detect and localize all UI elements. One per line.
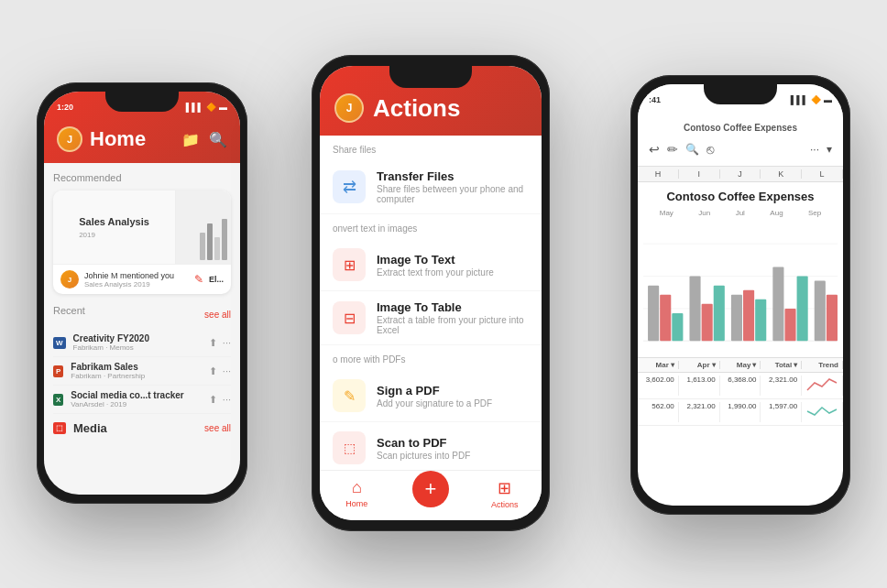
- el-badge: El...: [209, 275, 224, 284]
- chart-bar-2: [207, 223, 213, 260]
- left-phone: 1:20 ▌▌▌ 🔶 ▬ J Home 📁 🔍: [37, 82, 247, 504]
- scan-pdf-info: Scan to PDF Scan pictures into PDF: [377, 436, 470, 461]
- svg-rect-5: [660, 295, 671, 341]
- plus-circle[interactable]: +: [412, 471, 449, 507]
- img-table-icon-wrap: ⊟: [333, 301, 366, 334]
- svg-rect-15: [797, 277, 808, 342]
- upload-icon-3[interactable]: ⬆: [209, 394, 217, 406]
- recommended-card[interactable]: Sales Analysis 2019: [53, 191, 231, 294]
- file-meta-fabrikam: Fabrikam · Partnership: [71, 372, 201, 380]
- month-may: May: [660, 209, 673, 217]
- left-status-time: 1:20: [57, 103, 73, 112]
- file-item-ppt[interactable]: P Fabrikam Sales Fabrikam · Partnership …: [53, 357, 231, 386]
- right-signal-icon: ▌▌▌: [791, 95, 808, 104]
- actions-tab-label: Actions: [491, 500, 519, 509]
- scan-pdf-icon: ⬚: [344, 441, 356, 455]
- svg-rect-7: [689, 277, 700, 342]
- action-scan-pdf[interactable]: ⬚ Scan to PDF Scan pictures into PDF: [320, 422, 542, 470]
- left-phone-screen: 1:20 ▌▌▌ 🔶 ▬ J Home 📁 🔍: [44, 92, 240, 495]
- pdf-section-label: o more with PDFs: [320, 345, 542, 370]
- center-notch: [389, 66, 472, 88]
- file-meta-social: VanArsdel · 2019: [71, 400, 201, 408]
- td-r2-apr: 2,321.00: [679, 402, 720, 422]
- col-k: K: [761, 169, 802, 179]
- transfer-icon-wrap: ⇄: [333, 170, 366, 203]
- file-actions-ppt: ⬆ ···: [209, 365, 231, 377]
- svg-rect-8: [702, 304, 713, 341]
- more-icon-2[interactable]: ···: [223, 365, 231, 377]
- home-tab-icon: ⌂: [352, 478, 362, 497]
- search-icon[interactable]: 🔍: [209, 131, 227, 148]
- excel-icon: X: [53, 394, 63, 406]
- center-title: Actions: [373, 94, 460, 123]
- signal-icon: ▌▌▌: [186, 103, 203, 112]
- share-icon[interactable]: ⎋: [706, 142, 714, 157]
- transfer-icon: ⇄: [343, 177, 356, 197]
- right-table: Mar▾ Apr▾ May▾ Total▾ Trend: [638, 357, 843, 426]
- svg-rect-16: [815, 281, 826, 342]
- action-sign-pdf[interactable]: ✎ Sign a PDF Add your signature to a PDF: [320, 370, 542, 422]
- left-avatar: J: [57, 126, 82, 152]
- chart-bar-3: [214, 237, 220, 260]
- scan-pdf-sub: Scan pictures into PDF: [377, 451, 470, 461]
- file-item-excel[interactable]: X Social media co...t tracker VanArsdel …: [53, 386, 231, 414]
- td-r1-may: 6,368.00: [720, 376, 761, 396]
- th-mar: Mar▾: [638, 361, 679, 369]
- chart-title: Contoso Coffee Expenses: [643, 190, 838, 203]
- more-icon-3[interactable]: ···: [223, 394, 231, 406]
- col-j: J: [720, 169, 761, 179]
- see-all-media[interactable]: see all: [204, 423, 231, 433]
- upload-icon-2[interactable]: ⬆: [209, 365, 217, 377]
- recent-header: Recent see all: [53, 305, 231, 323]
- more-dots-icon[interactable]: ···: [810, 143, 819, 156]
- tab-home[interactable]: ⌂ Home: [320, 478, 394, 509]
- center-phone-screen: J Actions Share files ⇄ Transfer Files S…: [320, 66, 542, 520]
- more-icon[interactable]: ···: [223, 337, 231, 349]
- action-img-text[interactable]: ⊞ Image To Text Extract text from your p…: [320, 239, 542, 291]
- media-label: Media: [73, 421, 107, 435]
- right-phone-content: :41 ▌▌▌ 🔶 ▬ Contoso Coffee Expenses ↩ ✏ …: [638, 84, 843, 506]
- action-transfer[interactable]: ⇄ Transfer Files Share files between you…: [320, 160, 542, 214]
- table-row-1: 3,602.00 1,613.00 6,368.00 2,321.00: [638, 373, 843, 399]
- mention-avatar: J: [60, 270, 79, 289]
- transfer-info: Transfer Files Share files between your …: [377, 169, 529, 204]
- scan-pdf-title: Scan to PDF: [377, 436, 470, 450]
- file-name-social: Social media co...t tracker: [71, 390, 201, 400]
- draw-icon[interactable]: ✏: [667, 142, 678, 157]
- upload-icon[interactable]: ⬆: [209, 337, 217, 349]
- svg-rect-9: [714, 286, 725, 342]
- home-tab-label: Home: [345, 499, 367, 508]
- center-phone: J Actions Share files ⇄ Transfer Files S…: [312, 55, 550, 531]
- sign-pdf-icon: ✎: [344, 387, 356, 405]
- svg-rect-10: [731, 295, 742, 341]
- mention-row: J Johnie M mentioned you Sales Analysis …: [53, 264, 231, 294]
- right-wifi-icon: 🔶: [811, 95, 821, 104]
- svg-rect-6: [672, 313, 683, 341]
- find-icon[interactable]: 🔍: [685, 143, 699, 156]
- recent-label: Recent: [53, 305, 85, 316]
- right-app-title: Contoso Coffee Expenses: [645, 123, 836, 133]
- img-text-icon: ⊞: [344, 256, 356, 274]
- chevron-down-icon[interactable]: ▾: [827, 143, 832, 156]
- chart-area: Contoso Coffee Expenses May Jun Jul Aug …: [638, 182, 843, 357]
- center-avatar: J: [334, 93, 364, 123]
- tab-actions[interactable]: ⊞ Actions: [467, 478, 542, 509]
- folder-icon[interactable]: 📁: [181, 131, 200, 148]
- img-table-icon: ⊟: [344, 310, 356, 327]
- undo-icon[interactable]: ↩: [649, 142, 660, 157]
- th-trend: Trend: [802, 361, 843, 369]
- file-name-creativity: Creativity FY2020: [73, 333, 202, 343]
- right-phone: :41 ▌▌▌ 🔶 ▬ Contoso Coffee Expenses ↩ ✏ …: [630, 75, 850, 515]
- sign-pdf-sub: Add your signature to a PDF: [377, 398, 492, 408]
- sign-pdf-info: Sign a PDF Add your signature to a PDF: [377, 384, 492, 408]
- tab-plus-button[interactable]: +: [394, 478, 468, 509]
- file-item-word[interactable]: W Creativity FY2020 Fabrikam · Memos ⬆ ·…: [53, 329, 231, 357]
- right-notch: [704, 84, 777, 104]
- td-r2-trend: [802, 402, 843, 422]
- chart-bar-4: [222, 219, 227, 260]
- see-all-recent[interactable]: see all: [204, 310, 231, 320]
- media-row: ⬚ Media see all: [53, 414, 231, 439]
- table-row-2: 562.00 2,321.00 1,990.00 1,597.00: [638, 399, 843, 426]
- convert-section-label: onvert text in images: [320, 214, 542, 239]
- action-img-table[interactable]: ⊟ Image To Table Extract a table from yo…: [320, 291, 542, 345]
